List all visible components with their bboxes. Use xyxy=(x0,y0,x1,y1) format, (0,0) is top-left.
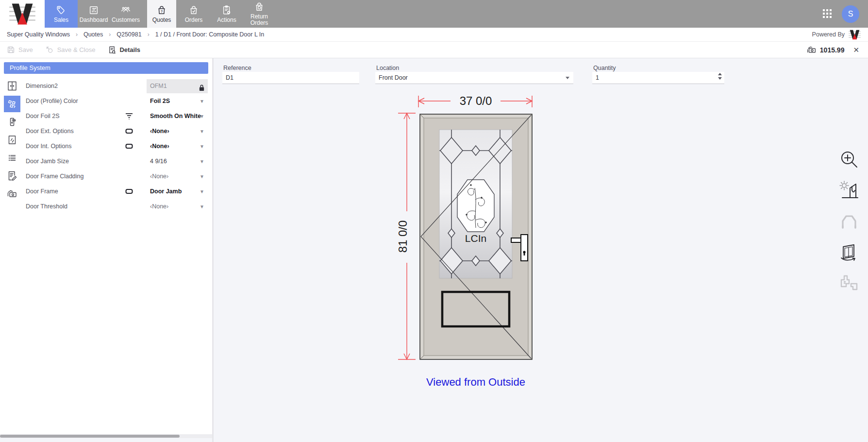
panel-divider xyxy=(212,58,214,442)
nav-tabs: Sales Dashboard Customers ? Quotes xyxy=(45,0,274,28)
details-button[interactable]: Details xyxy=(108,46,140,54)
row-value: ‹None› xyxy=(150,173,168,180)
door-jamb-size-dropdown[interactable]: 4 9/16▼ xyxy=(147,154,208,169)
row-value: Smooth On White xyxy=(150,113,201,119)
location-select[interactable]: Front Door xyxy=(375,72,573,84)
return-orders-icon xyxy=(254,1,265,12)
quantity-input[interactable] xyxy=(596,72,707,84)
nav-tab-label: Dashboard xyxy=(80,17,108,23)
row-label: Dimension2 xyxy=(26,79,58,94)
spinner-down-icon[interactable] xyxy=(718,77,722,80)
apps-grid-icon[interactable] xyxy=(823,9,832,18)
save-icon xyxy=(7,46,15,54)
dropdown-caret-icon: ▼ xyxy=(200,154,204,169)
swatch-icon[interactable] xyxy=(124,126,134,136)
swatch-icon[interactable] xyxy=(124,187,134,196)
dropdown-caret-icon: ▼ xyxy=(200,94,204,108)
panel-section-header[interactable]: Profile System xyxy=(4,62,208,74)
reference-input[interactable] xyxy=(226,72,359,84)
row-value: ‹None› xyxy=(150,143,169,150)
filter-icon[interactable] xyxy=(124,111,134,121)
quantity-stepper[interactable] xyxy=(592,72,724,84)
door-frame-dropdown[interactable]: Door Jamb▼ xyxy=(147,185,208,199)
row-value: 4 9/16 xyxy=(150,158,167,165)
breadcrumb-separator: › xyxy=(148,31,150,38)
dimension2-value: OFM1 xyxy=(147,79,208,93)
dropdown-caret-icon: ▼ xyxy=(200,109,204,123)
nav-tab-label: Sales xyxy=(54,17,68,23)
spinner-up-icon[interactable] xyxy=(718,73,722,75)
nav-tab-label: Return Orders xyxy=(245,14,274,26)
profile-cross-section-icon xyxy=(838,273,860,294)
row-label: Door Foil 2S xyxy=(26,109,59,124)
row-label: Door Jamb Size xyxy=(26,154,69,169)
row-label: Door Int. Options xyxy=(26,139,72,154)
brand-w-icon xyxy=(7,2,37,26)
row-label: Door (Profile) Color xyxy=(26,94,78,109)
reference-field[interactable] xyxy=(222,72,359,84)
nav-tab-sales[interactable]: Sales xyxy=(45,0,78,28)
nav-tab-dashboard[interactable]: Dashboard xyxy=(78,0,110,28)
details-icon xyxy=(108,46,116,54)
door-threshold-dropdown[interactable]: ‹None›▼ xyxy=(147,200,208,214)
avatar-initial: S xyxy=(848,10,853,18)
toolbar-right: 1015.99 ✕ xyxy=(807,46,861,54)
drawing-tool-rail xyxy=(838,148,860,295)
scrollbar-thumb[interactable] xyxy=(0,435,180,438)
svg-text:?: ? xyxy=(161,9,163,13)
nav-tab-orders[interactable]: Orders xyxy=(179,0,209,28)
row-label: Door Threshold xyxy=(26,199,67,214)
orders-bag-icon xyxy=(188,5,199,16)
close-icon[interactable]: ✕ xyxy=(851,46,861,54)
brand-logo[interactable] xyxy=(0,0,45,28)
cash-icon xyxy=(807,46,817,54)
door-profile-color-dropdown[interactable]: Foil 2S▼ xyxy=(147,94,208,108)
save-and-close-button[interactable]: Save & Close xyxy=(46,46,96,54)
door-foil-dropdown[interactable]: Smooth On White▼ xyxy=(147,109,208,123)
profile-section-button[interactable] xyxy=(838,272,860,295)
row-value: ‹None› xyxy=(150,203,168,210)
view-outside-button[interactable] xyxy=(838,179,860,202)
config-row-door-frame: Door Frame Door Jamb▼ xyxy=(0,184,212,199)
reference-label: Reference xyxy=(223,65,251,71)
door-frame-cladding-dropdown[interactable]: ‹None›▼ xyxy=(147,170,208,184)
nav-tab-quotes[interactable]: ? Quotes xyxy=(147,0,176,28)
swatch-icon[interactable] xyxy=(124,141,134,151)
nav-tab-label: Orders xyxy=(185,17,203,23)
nav-tab-actions[interactable]: Actions xyxy=(212,0,242,28)
dropdown-caret-icon: ▼ xyxy=(200,139,204,153)
door-ext-options-dropdown[interactable]: ‹None›▼ xyxy=(147,124,208,138)
save-close-icon xyxy=(46,46,54,54)
rotate-view-button[interactable] xyxy=(838,241,860,264)
nav-tab-label: Quotes xyxy=(152,17,171,23)
breadcrumb-item-quotes[interactable]: Quotes xyxy=(83,31,103,38)
action-toolbar: Save Save & Close Details 1015.99 ✕ xyxy=(0,42,868,58)
user-avatar[interactable]: S xyxy=(842,5,859,23)
config-row-door-jamb-size: Door Jamb Size 4 9/16▼ xyxy=(0,154,212,169)
width-dimension-text: 37 0/0 xyxy=(460,95,492,107)
dropdown-caret-icon: ▼ xyxy=(200,185,204,199)
breadcrumb-item-quote-number[interactable]: Q250981 xyxy=(117,31,141,38)
quantity-label: Quantity xyxy=(593,65,616,71)
arch-frame-icon xyxy=(839,211,859,232)
nav-tab-customers[interactable]: Customers xyxy=(110,0,142,28)
door-drawing: 37 0/0 81 0/0 xyxy=(393,95,558,395)
door-int-options-dropdown[interactable]: ‹None›▼ xyxy=(147,139,208,153)
dropdown-caret-icon: ▼ xyxy=(200,124,204,138)
row-value: ‹None› xyxy=(150,128,169,135)
dropdown-caret-icon: ▼ xyxy=(200,200,204,214)
zoom-in-button[interactable] xyxy=(838,148,860,170)
row-label: Door Frame Cladding xyxy=(26,169,84,184)
frame-shape-button[interactable] xyxy=(838,210,860,233)
nav-tab-return-orders[interactable]: Return Orders xyxy=(245,0,274,28)
config-row-door-ext-options: Door Ext. Options ‹None›▼ xyxy=(0,124,212,139)
save-button[interactable]: Save xyxy=(7,46,33,54)
configuration-panel: Profile System xyxy=(0,58,212,438)
powered-by: Powered By xyxy=(812,29,861,40)
save-label: Save xyxy=(18,46,33,53)
breadcrumb-separator: › xyxy=(109,31,111,38)
actions-clipboard-icon xyxy=(221,5,232,16)
dashboard-icon xyxy=(88,5,99,16)
tag-icon xyxy=(56,5,67,16)
breadcrumb-item-account[interactable]: Super Quality Windows xyxy=(7,31,70,38)
